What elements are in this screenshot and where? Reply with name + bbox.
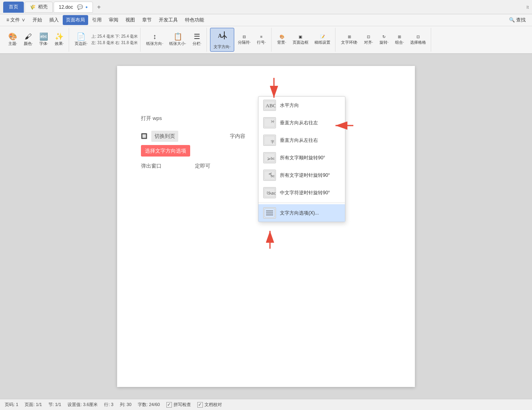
dropdown-item-vertical-rtl-label: 垂直方向从右往左 (280, 120, 318, 126)
options-icon (263, 207, 276, 219)
dropdown-item-vertical-ltr[interactable]: 文 字 垂直方向从左往右 (258, 132, 345, 149)
separator-icon: ⊟ (243, 35, 246, 39)
dropdown-item-horizontal[interactable]: ABC 水平方向 (258, 97, 345, 114)
title-bar: 首页 🌾 稻壳 12.doc 💬 ● + It (0, 0, 532, 14)
textdir-dropdown: ABC 水平方向 文 字 垂直方向从右往左 文 字 (258, 96, 345, 222)
menu-developer[interactable]: 开发工具 (156, 15, 181, 25)
btn-select[interactable]: ⊡ 选择格格 (408, 33, 428, 47)
btn-combine[interactable]: ⊞ 组合· (392, 33, 407, 47)
textdir-icon: A (216, 30, 227, 43)
menu-bar: ≡ 文件 ∨ 开始 插入 页面布局 引用 审阅 视图 章节 开发工具 特色功能 … (0, 14, 532, 26)
btn-textenv[interactable]: ⊞ 文字环绕· (339, 33, 360, 47)
menu-start[interactable]: 开始 (29, 15, 45, 25)
background-icon: 🎨 (279, 35, 284, 39)
dropdown-separator (258, 203, 345, 203)
ribbon-group-textdir: A 文字方向· ⊟ 分隔符· ≡ 行号· (208, 28, 272, 52)
combine-icon: ⊞ (398, 35, 401, 39)
menu-insert[interactable]: 插入 (46, 15, 62, 25)
menu-review[interactable]: 审阅 (106, 15, 121, 25)
ribbon-group-background: 🎨 背景· ▣ 页面边框 📝 稿纸设置 (272, 28, 335, 52)
menu-find[interactable]: 🔍 查找 (506, 15, 529, 25)
spellcheck-checkbox[interactable]: ✓ (166, 402, 172, 408)
status-spellcheck[interactable]: ✓ 拼写检查 (166, 402, 191, 408)
dropdown-item-options[interactable]: 文字方向选项(X)... (258, 204, 345, 222)
dropdown-item-all-ccw-label: 所有文字逆时针旋转90° (280, 172, 330, 179)
dropdown-item-horizontal-label: 水平方向 (280, 102, 299, 109)
ribbon-group-theme: 🎨 主题· 🖌 颜色· 🔤 字体· ✨ 效果· (3, 28, 69, 52)
doccheck-checkbox[interactable]: ✓ (197, 402, 203, 408)
doc-area: 打开 wps 🔲 切换到页 字内容 选择文字方向选项 弹出窗口 定即可 ABC (0, 54, 532, 399)
vertical-rtl-icon: 文 字 (263, 117, 276, 128)
svg-text:A: A (218, 33, 222, 39)
svg-text:文: 文 (271, 120, 274, 123)
theme-icon: 🎨 (8, 33, 17, 40)
btn-textdir[interactable]: A 文字方向· (210, 28, 234, 52)
tab-add-button[interactable]: + (94, 2, 104, 12)
ribbon-group-margin: 📄 页边距· 上: 25.4 毫米 下: 25.4 毫米 左: 31.8 毫米 … (70, 28, 141, 52)
tab-home-label: 首页 (9, 4, 18, 10)
menu-special[interactable]: 特色功能 (182, 15, 207, 25)
svg-text:字: 字 (271, 140, 274, 144)
btn-watermark[interactable]: 📝 稿纸设置 (312, 33, 333, 47)
svg-text:ABC: ABC (269, 191, 276, 195)
btn-border[interactable]: ▣ 页面边框 (290, 33, 311, 47)
menu-file[interactable]: ≡ 文件 ∨ (3, 15, 29, 25)
btn-size[interactable]: 📋 纸张大小· (167, 31, 189, 48)
btn-margin[interactable]: 📄 页边距· (72, 31, 90, 48)
btn-color[interactable]: 🖌 颜色· (21, 31, 35, 48)
dropdown-item-cjk-ccw-label: 中文字符逆时针旋转90° (280, 190, 330, 196)
tab-doc-label: 12.doc (59, 4, 73, 10)
status-page: 页码: 1 (5, 402, 18, 408)
tab-wps-label: 稻壳 (38, 4, 48, 10)
status-pageof: 页面: 1/1 (25, 402, 42, 408)
textenv-icon: ⊞ (348, 35, 351, 39)
all-ccw-icon: A bc (263, 170, 276, 181)
margin-inputs: 上: 25.4 毫米 下: 25.4 毫米 左: 31.8 毫米 右: 31.8… (91, 34, 138, 46)
status-bar: 页码: 1 页面: 1/1 节: 1/1 设置值: 3.6厘米 行: 3 列: … (0, 399, 532, 410)
btn-font-theme[interactable]: 🔤 字体· (37, 31, 51, 48)
orientation-icon: ↕ (153, 33, 156, 40)
btn-background[interactable]: 🎨 背景· (275, 33, 289, 47)
btn-align[interactable]: ⊡ 对齐· (361, 33, 376, 47)
tab-home[interactable]: 首页 (3, 2, 24, 13)
color-icon: 🖌 (25, 33, 32, 40)
dropdown-item-all-cw-label: 所有文字顺时旋转90° (280, 155, 325, 161)
margin-right-label: 右: 31.8 毫米 (115, 40, 138, 46)
border-icon: ▣ (299, 35, 302, 39)
tab-wps[interactable]: 🌾 稻壳 (25, 2, 53, 13)
margin-left-label: 左: 31.8 毫米 (91, 40, 114, 46)
tab-doc[interactable]: 12.doc 💬 ● (54, 2, 93, 13)
select-icon: ⊡ (416, 35, 420, 39)
btn-columns[interactable]: ☰ 分栏· (190, 31, 204, 48)
cjk-ccw-icon: 仅 ABC (263, 187, 276, 198)
title-bar-icons: It (526, 5, 529, 10)
dropdown-item-all-ccw[interactable]: A bc 所有文字逆时针旋转90° (258, 166, 345, 184)
all-cw-icon: A bc (263, 152, 276, 163)
dropdown-item-options-label: 文字方向选项(X)... (280, 210, 319, 217)
columns-icon: ☰ (194, 33, 200, 40)
status-doccheck[interactable]: ✓ 文档校对 (197, 402, 222, 408)
align-icon: ⊡ (367, 35, 370, 39)
rotate-icon: ↻ (382, 35, 386, 39)
dropdown-item-vertical-rtl[interactable]: 文 字 垂直方向从右往左 (258, 114, 345, 132)
dropdown-item-cjk-ccw[interactable]: 仅 ABC 中文字符逆时针旋转90° (258, 184, 345, 201)
vertical-ltr-icon: 文 字 (263, 135, 276, 146)
ribbon: 🎨 主题· 🖌 颜色· 🔤 字体· ✨ 效果· 📄 页边距· 上: 25.4 毫… (0, 26, 532, 54)
menu-reference[interactable]: 引用 (89, 15, 105, 25)
menu-layout[interactable]: 页面布局 (63, 15, 88, 25)
btn-rotate[interactable]: ↻ 旋转· (377, 33, 391, 47)
margin-icon: 📄 (77, 33, 85, 40)
svg-text:bc: bc (271, 174, 275, 178)
status-section: 节: 1/1 (48, 402, 61, 408)
btn-separator[interactable]: ⊟ 分隔符· (235, 33, 253, 47)
btn-orientation[interactable]: ↕ 纸张方向· (144, 31, 166, 48)
btn-theme[interactable]: 🎨 主题· (6, 31, 20, 48)
menu-view[interactable]: 视图 (122, 15, 138, 25)
btn-lineno[interactable]: ≡ 行号· (254, 33, 269, 47)
btn-effect[interactable]: ✨ 效果· (52, 31, 66, 48)
size-icon: 📋 (173, 33, 182, 40)
ribbon-group-textenv: ⊞ 文字环绕· ⊡ 对齐· ↻ 旋转· ⊞ 组合· ⊡ 选择格格 (336, 28, 432, 52)
dropdown-item-all-cw[interactable]: A bc 所有文字顺时旋转90° (258, 149, 345, 166)
menu-chapter[interactable]: 章节 (139, 15, 155, 25)
watermark-icon: 📝 (320, 35, 325, 39)
